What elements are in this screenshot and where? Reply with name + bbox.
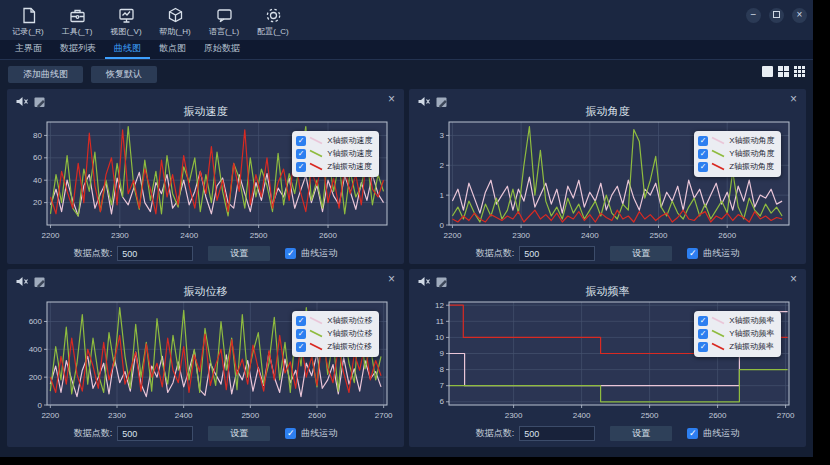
svg-text:200: 200 (28, 373, 42, 382)
svg-text:2200: 2200 (443, 231, 461, 240)
legend-item[interactable]: ✓X轴振动位移 (296, 315, 372, 326)
legend-checkbox[interactable]: ✓ (698, 329, 708, 339)
sound-mute-icon[interactable] (15, 95, 28, 108)
menu-item-5[interactable]: 语言(_L) (204, 3, 244, 37)
svg-text:600: 600 (28, 317, 42, 326)
panel-close-button[interactable]: × (388, 272, 395, 286)
panel-close-button[interactable]: × (790, 272, 797, 286)
curve-motion-checkbox[interactable]: ✓ (285, 428, 296, 439)
legend-item[interactable]: ✓X轴振动频率 (698, 315, 774, 326)
svg-text:2500: 2500 (249, 231, 267, 240)
legend-label: Z轴振动位移 (327, 341, 372, 352)
svg-text:2300: 2300 (504, 411, 522, 420)
svg-text:2600: 2600 (308, 411, 326, 420)
svg-text:2200: 2200 (41, 411, 59, 420)
data-points-label: 数据点数: (74, 247, 113, 260)
curve-motion-checkbox[interactable]: ✓ (285, 248, 296, 259)
sound-mute-icon[interactable] (15, 275, 28, 288)
legend-checkbox[interactable]: ✓ (296, 149, 306, 159)
edit-chart-icon[interactable] (435, 95, 448, 108)
menu-item-6[interactable]: 配置(_C) (253, 3, 293, 37)
legend-checkbox[interactable]: ✓ (296, 136, 306, 146)
menu-item-label: 配置(_C) (257, 26, 289, 37)
chart-legend: ✓X轴振动角度✓Y轴振动角度✓Z轴振动角度 (694, 131, 780, 177)
legend-line-sample (309, 162, 324, 171)
minimize-button[interactable]: − (746, 8, 761, 23)
legend-item[interactable]: ✓X轴振动速度 (296, 135, 372, 146)
layout-switcher (762, 66, 805, 77)
menu-item-1[interactable]: 记录(_R) (8, 3, 48, 37)
legend-label: Y轴振动角度 (729, 148, 774, 159)
chart-legend: ✓X轴振动速度✓Y轴振动速度✓Z轴振动速度 (292, 131, 378, 177)
action-bar: 添加曲线图 恢复默认 (0, 60, 813, 86)
chart-legend: ✓X轴振动频率✓Y轴振动频率✓Z轴振动频率 (694, 311, 780, 357)
close-button[interactable]: × (792, 8, 807, 23)
tab-数据列表[interactable]: 数据列表 (51, 39, 105, 59)
svg-text:0: 0 (37, 401, 42, 410)
data-points-input[interactable] (117, 246, 193, 261)
menu-item-label: 帮助(_H) (159, 26, 191, 37)
tab-曲线图[interactable]: 曲线图 (105, 39, 150, 59)
data-points-input[interactable] (519, 426, 595, 441)
legend-item[interactable]: ✓Y轴振动位移 (296, 328, 372, 339)
data-points-input[interactable] (519, 246, 595, 261)
titlebar: 记录(_R)工具(_T)视图(_V)帮助(_H)语言(_L)配置(_C) − × (0, 0, 813, 40)
legend-checkbox[interactable]: ✓ (296, 342, 306, 352)
panel-close-button[interactable]: × (790, 92, 797, 106)
legend-item[interactable]: ✓Z轴振动位移 (296, 341, 372, 352)
svg-text:2500: 2500 (649, 231, 667, 240)
legend-label: Y轴振动频率 (729, 328, 774, 339)
legend-checkbox[interactable]: ✓ (698, 162, 708, 172)
curve-motion-label: 曲线运动 (703, 247, 739, 260)
menu-item-2[interactable]: 工具(_T) (57, 3, 97, 37)
legend-label: Y轴振动速度 (327, 148, 372, 159)
legend-checkbox[interactable]: ✓ (698, 149, 708, 159)
legend-checkbox[interactable]: ✓ (698, 136, 708, 146)
legend-checkbox[interactable]: ✓ (296, 316, 306, 326)
layout-2x2-icon[interactable] (778, 66, 789, 77)
svg-text:1: 1 (439, 191, 444, 200)
legend-label: Z轴振动速度 (327, 161, 372, 172)
legend-line-sample (711, 316, 726, 325)
menu-item-label: 视图(_V) (110, 26, 141, 37)
panel-close-button[interactable]: × (388, 92, 395, 106)
tab-主界面[interactable]: 主界面 (6, 39, 51, 59)
svg-text:2300: 2300 (108, 411, 126, 420)
tab-原始数据[interactable]: 原始数据 (195, 39, 249, 59)
legend-checkbox[interactable]: ✓ (296, 162, 306, 172)
menu-item-3[interactable]: 视图(_V) (106, 3, 146, 37)
legend-label: Z轴振动角度 (729, 161, 774, 172)
legend-item[interactable]: ✓Z轴振动角度 (698, 161, 774, 172)
tab-散点图[interactable]: 散点图 (150, 39, 195, 59)
legend-item[interactable]: ✓X轴振动角度 (698, 135, 774, 146)
add-curve-chart-button[interactable]: 添加曲线图 (8, 66, 83, 83)
curve-motion-checkbox[interactable]: ✓ (687, 248, 698, 259)
legend-item[interactable]: ✓Y轴振动角度 (698, 148, 774, 159)
settings-button[interactable]: 设置 (208, 246, 270, 261)
edit-chart-icon[interactable] (33, 95, 46, 108)
layout-3x3-icon[interactable] (794, 66, 805, 77)
restore-default-button[interactable]: 恢复默认 (91, 66, 157, 83)
sound-mute-icon[interactable] (417, 95, 430, 108)
menu-item-4[interactable]: 帮助(_H) (155, 3, 195, 37)
edit-chart-icon[interactable] (435, 275, 448, 288)
legend-checkbox[interactable]: ✓ (698, 316, 708, 326)
svg-text:9: 9 (439, 349, 444, 358)
legend-checkbox[interactable]: ✓ (698, 342, 708, 352)
layout-single-icon[interactable] (762, 66, 773, 77)
legend-line-sample (309, 329, 324, 338)
settings-button[interactable]: 设置 (610, 246, 672, 261)
legend-item[interactable]: ✓Y轴振动频率 (698, 328, 774, 339)
legend-item[interactable]: ✓Z轴振动频率 (698, 341, 774, 352)
settings-button[interactable]: 设置 (610, 426, 672, 441)
legend-item[interactable]: ✓Y轴振动速度 (296, 148, 372, 159)
data-points-input[interactable] (117, 426, 193, 441)
edit-chart-icon[interactable] (33, 275, 46, 288)
maximize-button[interactable] (769, 8, 784, 23)
settings-button[interactable]: 设置 (208, 426, 270, 441)
curve-motion-checkbox[interactable]: ✓ (687, 428, 698, 439)
legend-label: Z轴振动频率 (729, 341, 774, 352)
legend-item[interactable]: ✓Z轴振动速度 (296, 161, 372, 172)
legend-checkbox[interactable]: ✓ (296, 329, 306, 339)
sound-mute-icon[interactable] (417, 275, 430, 288)
